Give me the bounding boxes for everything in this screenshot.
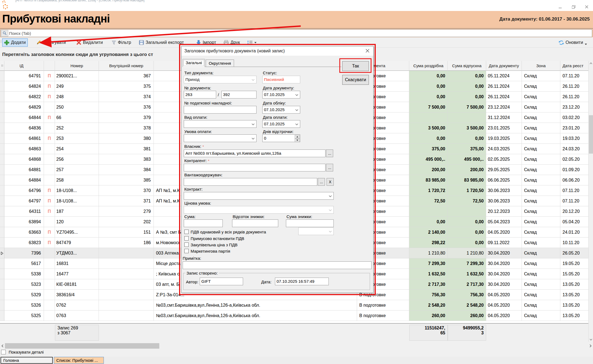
tab-list-income-invoices[interactable]: Список: Прибуткові ... <box>54 357 104 364</box>
cell-flag: П <box>44 92 55 102</box>
contractor-input[interactable] <box>184 164 325 171</box>
price-term-select[interactable] <box>184 206 334 214</box>
column-header-sum-release[interactable]: Сума відпускна <box>448 61 486 71</box>
tab-home[interactable]: Головна <box>1 357 53 364</box>
refresh-button[interactable]: Оновити <box>557 38 589 47</box>
discount-sum-input[interactable] <box>286 219 334 227</box>
marketing-batch-checkbox[interactable] <box>184 249 189 253</box>
export-button[interactable]: Загальний експорт <box>137 38 185 47</box>
vat-same-checkbox[interactable] <box>184 230 189 234</box>
cell-doc-date: 30.04.2020 <box>486 269 522 279</box>
add-button[interactable]: Додати <box>2 38 28 47</box>
pay-term-select[interactable] <box>184 134 257 142</box>
column-header-id[interactable]: ІД <box>4 61 44 71</box>
column-header-flag[interactable] <box>44 61 55 71</box>
page-header: Прибуткові накладні Дата документу: 01.0… <box>0 11 593 28</box>
note-label: Примітка: <box>183 256 201 261</box>
scroll-down-icon[interactable] <box>589 337 593 342</box>
cell-place: №03,смт.Баришівка,вул.Леніна,126-а,Київс… <box>154 311 357 321</box>
column-header-doc-date[interactable]: Дата документу <box>486 61 522 71</box>
search-icon[interactable] <box>1 30 8 36</box>
pay-date-select[interactable]: 07.10.2025 <box>262 120 300 128</box>
account-date-select[interactable]: 07.10.2025 <box>262 106 300 114</box>
cell-internal-number: 384 <box>99 165 154 175</box>
cell-doc-date: 02.05.2025 <box>486 154 522 164</box>
filter-button[interactable]: Фільтр <box>110 38 133 47</box>
doc-date-select[interactable]: 07.10.2025 <box>262 91 300 98</box>
edit-button[interactable]: Редагувати <box>35 38 68 47</box>
table-row[interactable]: 5325 0763 №03,смт.Баришівка,вул.Леніна,1… <box>0 311 588 321</box>
column-header-reg-date[interactable]: Дата реєст <box>560 61 588 71</box>
delete-button[interactable]: Видалити <box>75 38 104 47</box>
sum-input[interactable] <box>184 219 223 227</box>
doc-type-select[interactable]: Приход <box>184 76 257 83</box>
import-button[interactable]: Імпорт <box>194 38 218 47</box>
cell-internal-number: 374 <box>99 92 154 102</box>
table-footer: Запис 269 з 3067 11516247, 65 9499055,2 … <box>0 323 588 342</box>
delay-days-spinner[interactable]: 0 <box>262 134 300 142</box>
discount-pct-input[interactable] <box>232 219 278 227</box>
cell-number: 18-U108... <box>55 196 99 206</box>
cell-id: 64884 <box>4 175 44 185</box>
created-date-field: 07.10.2025 16:57:49 <box>275 278 329 285</box>
dialog-tab-general[interactable]: Загальні <box>183 59 205 67</box>
minimize-icon[interactable] <box>556 4 565 10</box>
dialog-close-icon[interactable] <box>366 48 369 54</box>
contract-select[interactable] <box>184 192 334 200</box>
vertical-scrollbar[interactable] <box>588 61 593 342</box>
horizontal-scrollbar[interactable] <box>0 343 593 349</box>
author-field: GIFT <box>200 278 243 285</box>
cell-number: 256 <box>55 154 99 164</box>
vertical-scroll-thumb[interactable] <box>589 115 593 154</box>
cell-flag <box>44 165 55 175</box>
cell-number: 257 <box>55 165 99 175</box>
pay-kind-select[interactable] <box>184 120 257 128</box>
ok-button[interactable]: Так <box>342 61 369 71</box>
scroll-left-icon[interactable] <box>0 343 5 349</box>
search-input[interactable] <box>9 30 586 36</box>
spinner-up-icon[interactable] <box>295 135 300 139</box>
doc-number-input-2[interactable]: 392 <box>221 91 257 98</box>
columns-menu-button[interactable] <box>246 38 258 47</box>
consignee-input[interactable] <box>184 178 317 186</box>
owner-more-button[interactable]: ... <box>326 149 333 157</box>
force-vat-checkbox[interactable] <box>184 236 189 241</box>
cell-reg-date: 13.05.20 <box>560 311 588 321</box>
purchase-vat-checkbox[interactable] <box>184 242 189 247</box>
cell-reg-date: 15.05.20 <box>560 269 588 279</box>
doc-number-input-1[interactable]: 263 <box>184 91 216 98</box>
toolbar-grip-icon: ⁞⁞ <box>0 39 1 44</box>
column-header-sum-retail[interactable]: Сума роздрібна <box>409 61 448 71</box>
print-button[interactable]: Друк <box>222 38 242 47</box>
cell-number: 253 <box>55 133 99 143</box>
table-row[interactable]: 5326 0762 №03,смт.Баришівка,вул.Леніна,1… <box>0 300 588 311</box>
scroll-up-icon[interactable] <box>589 61 593 66</box>
owner-input[interactable]: Апт №003 пгт.Барышевка, ул.Киевский шлях… <box>184 149 325 157</box>
cell-doc-date: 19.03.2025 <box>486 133 522 143</box>
header-grip-icon[interactable] <box>0 61 4 71</box>
consignee-clear-button[interactable]: X <box>327 178 334 186</box>
column-header-internal[interactable]: Внутрішній номер <box>99 61 154 71</box>
note-input[interactable] <box>183 261 372 269</box>
consignee-more-button[interactable]: ... <box>318 178 325 186</box>
cancel-button[interactable]: Скасувати <box>342 75 369 85</box>
restore-icon[interactable] <box>569 4 578 10</box>
show-details-checkbox[interactable] <box>1 350 6 354</box>
scroll-right-icon[interactable] <box>588 343 593 349</box>
spinner-down-icon[interactable] <box>295 139 300 142</box>
contractor-more-button[interactable]: ... <box>326 164 333 171</box>
cell-id: 7396 <box>4 248 44 258</box>
force-vat-label: Примусово встановити ПДВ <box>191 236 244 241</box>
cell-sum-retail: 2 548,20 <box>409 300 448 310</box>
cell-id: 64822 <box>4 92 44 102</box>
row-indicator-cell <box>0 112 4 123</box>
horizontal-scroll-thumb[interactable] <box>5 343 159 349</box>
close-icon[interactable] <box>582 4 591 10</box>
column-header-number[interactable]: Номер <box>55 61 99 71</box>
tax-invoice-input[interactable] <box>184 106 257 114</box>
vat-rate-select[interactable] <box>298 227 334 235</box>
pencil-icon <box>36 40 41 45</box>
dialog-tab-rounding[interactable]: Округлення <box>206 60 234 67</box>
column-header-zone[interactable]: Зона <box>522 61 560 71</box>
cell-doc-date: 09.11.2022 <box>486 238 522 248</box>
